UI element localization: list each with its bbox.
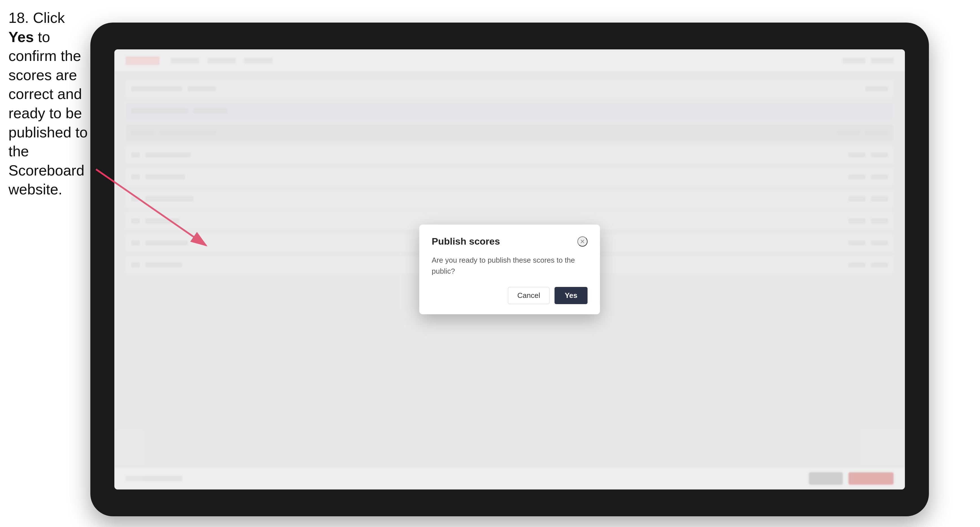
modal-body-text: Are you ready to publish these scores to… xyxy=(432,255,587,277)
modal-title: Publish scores xyxy=(432,236,500,247)
modal-footer: Cancel Yes xyxy=(432,287,587,304)
text-before-bold: Click xyxy=(29,10,65,26)
bold-yes: Yes xyxy=(8,29,34,45)
tablet-device: Publish scores × Are you ready to publis… xyxy=(90,22,929,516)
yes-button[interactable]: Yes xyxy=(555,287,587,304)
instruction-text: 18. Click Yes to confirm the scores are … xyxy=(8,8,90,199)
publish-scores-modal: Publish scores × Are you ready to publis… xyxy=(419,225,600,314)
tablet-screen: Publish scores × Are you ready to publis… xyxy=(115,49,905,489)
step-number: 18. xyxy=(8,10,29,26)
cancel-button[interactable]: Cancel xyxy=(508,287,549,304)
text-after: to confirm the scores are correct and re… xyxy=(8,29,88,198)
modal-header: Publish scores × xyxy=(432,236,587,247)
modal-close-button[interactable]: × xyxy=(578,237,587,246)
